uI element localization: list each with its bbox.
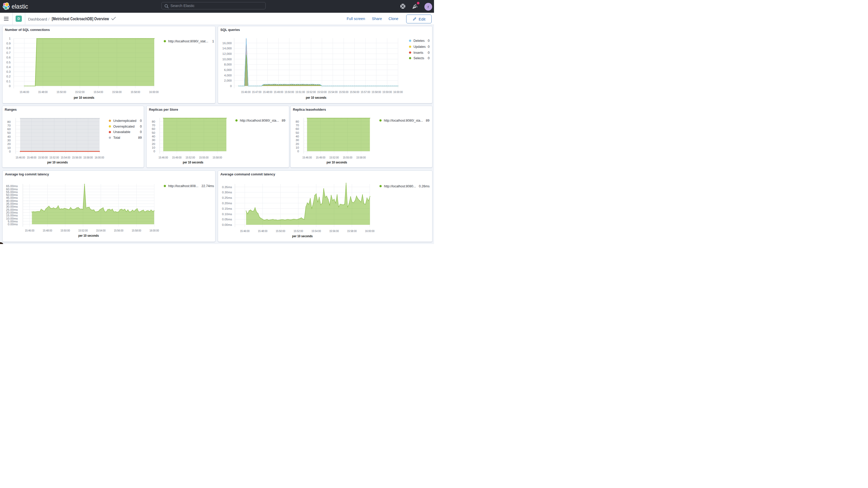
- svg-text:10,000: 10,000: [222, 57, 232, 61]
- svg-text:15:53:00: 15:53:00: [317, 90, 327, 94]
- svg-text:0.26ms: 0.26ms: [419, 184, 430, 188]
- svg-text:1: 1: [9, 37, 11, 40]
- svg-text:6,000: 6,000: [224, 68, 232, 71]
- svg-text:0: 0: [9, 84, 11, 88]
- svg-text:15:52:00: 15:52:00: [306, 90, 316, 94]
- svg-text:http://localhost:808...: http://localhost:808...: [168, 184, 198, 188]
- svg-text:15:54:00: 15:54:00: [96, 229, 105, 232]
- svg-text:0: 0: [428, 51, 430, 54]
- svg-text:15:58:00: 15:58:00: [131, 229, 141, 232]
- svg-text:elastic: elastic: [12, 3, 28, 10]
- svg-text:http://localhost:8080/_sta...: http://localhost:8080/_sta...: [384, 119, 423, 122]
- svg-text:15:49:00: 15:49:00: [172, 156, 182, 159]
- svg-text:15:48:00: 15:48:00: [27, 156, 36, 159]
- svg-text:0.00ms: 0.00ms: [222, 223, 232, 226]
- svg-text:Selects: Selects: [413, 56, 424, 60]
- svg-text:15:58:00: 15:58:00: [372, 90, 381, 94]
- svg-text:10: 10: [152, 146, 155, 149]
- svg-text:15:58:00: 15:58:00: [347, 230, 357, 233]
- svg-text:0.35ms: 0.35ms: [222, 185, 232, 189]
- svg-text:15:55:00: 15:55:00: [343, 156, 352, 159]
- svg-text:16:00:00: 16:00:00: [95, 156, 104, 159]
- svg-text:15:52:00: 15:52:00: [75, 90, 85, 94]
- svg-text:0.15ms: 0.15ms: [222, 207, 232, 211]
- svg-text:15:46:00: 15:46:00: [25, 229, 34, 232]
- svg-text:60: 60: [7, 127, 11, 131]
- svg-text:60: 60: [296, 127, 299, 131]
- svg-text:65.00ms: 65.00ms: [6, 184, 18, 188]
- svg-text:15:52:00: 15:52:00: [186, 156, 195, 159]
- svg-text:15:54:00: 15:54:00: [328, 90, 338, 94]
- svg-text:15:52:00: 15:52:00: [50, 156, 59, 159]
- svg-text:12,000: 12,000: [222, 52, 232, 55]
- svg-text:15:46:00: 15:46:00: [16, 156, 25, 159]
- svg-text:15:54:00: 15:54:00: [311, 230, 321, 233]
- svg-text:0.9: 0.9: [6, 41, 10, 45]
- svg-text:4,000: 4,000: [224, 73, 232, 77]
- svg-text:40: 40: [152, 134, 155, 138]
- svg-text:0: 0: [153, 149, 155, 153]
- svg-text:Replicas per Store: Replicas per Store: [149, 108, 178, 112]
- svg-text:15:58:00: 15:58:00: [356, 156, 366, 159]
- svg-text:0.05ms: 0.05ms: [222, 217, 232, 221]
- svg-text:per 10 seconds: per 10 seconds: [183, 160, 203, 164]
- svg-text:per 10 seconds: per 10 seconds: [292, 234, 313, 238]
- svg-text:15:54:00: 15:54:00: [61, 156, 70, 159]
- svg-text:15:48:00: 15:48:00: [263, 90, 272, 94]
- svg-text:0: 0: [140, 130, 142, 134]
- svg-text:8,000: 8,000: [224, 63, 232, 66]
- svg-text:15:46:00: 15:46:00: [302, 156, 312, 159]
- svg-text:30: 30: [296, 138, 299, 142]
- svg-text:20: 20: [152, 142, 155, 146]
- svg-text:15:46:00: 15:46:00: [240, 230, 250, 233]
- svg-text:70: 70: [296, 123, 299, 127]
- svg-text:0.20ms: 0.20ms: [222, 202, 232, 205]
- svg-text:15:56:00: 15:56:00: [112, 90, 122, 94]
- svg-text:0.10ms: 0.10ms: [222, 212, 232, 216]
- svg-text:15:48:00: 15:48:00: [42, 229, 52, 232]
- svg-text:15:57:00: 15:57:00: [361, 90, 370, 94]
- svg-text:80: 80: [296, 120, 299, 123]
- svg-text:15:50:00: 15:50:00: [60, 229, 70, 232]
- svg-text:15:52:00: 15:52:00: [329, 156, 339, 159]
- svg-text:15:49:00: 15:49:00: [274, 90, 283, 94]
- svg-text:15:46:00: 15:46:00: [158, 156, 168, 159]
- svg-text:per 10 seconds: per 10 seconds: [78, 234, 99, 238]
- svg-text:70: 70: [7, 124, 11, 127]
- svg-text:Total: Total: [113, 136, 120, 140]
- svg-text:per 10 seconds: per 10 seconds: [306, 95, 327, 99]
- svg-text:89: 89: [426, 119, 429, 122]
- svg-text:15:51:00: 15:51:00: [296, 90, 305, 94]
- svg-text:Overreplicated: Overreplicated: [113, 125, 135, 128]
- svg-text:2,000: 2,000: [224, 79, 232, 82]
- svg-text:0: 0: [428, 56, 430, 60]
- svg-text:15:54:00: 15:54:00: [94, 90, 103, 94]
- svg-text:10: 10: [296, 146, 299, 149]
- svg-text:16:00:00: 16:00:00: [149, 229, 159, 232]
- svg-text:15:58:00: 15:58:00: [213, 156, 222, 159]
- svg-text:16:00:00: 16:00:00: [365, 230, 375, 233]
- svg-text:Ranges: Ranges: [5, 108, 17, 112]
- svg-text:40: 40: [7, 135, 11, 139]
- svg-text:15:49:00: 15:49:00: [316, 156, 326, 159]
- svg-text:16:00:00: 16:00:00: [393, 90, 403, 94]
- svg-text:0.6: 0.6: [6, 56, 11, 59]
- svg-text:0.8: 0.8: [6, 46, 11, 50]
- svg-text:0.4: 0.4: [6, 65, 11, 69]
- svg-text:30: 30: [7, 139, 11, 142]
- svg-text:22.74ms: 22.74ms: [202, 184, 214, 188]
- svg-text:15:55:00: 15:55:00: [199, 156, 209, 159]
- svg-text:0: 0: [9, 150, 11, 153]
- svg-text:89: 89: [138, 136, 142, 140]
- svg-text:89: 89: [281, 119, 285, 122]
- svg-text:15:50:00: 15:50:00: [276, 230, 285, 233]
- svg-text:50: 50: [152, 131, 155, 134]
- svg-text:0: 0: [428, 45, 430, 49]
- svg-text:30: 30: [152, 138, 155, 142]
- svg-text:15:50:00: 15:50:00: [285, 90, 294, 94]
- svg-text:80: 80: [7, 120, 11, 124]
- svg-text:50: 50: [7, 131, 11, 134]
- svg-text:0: 0: [140, 119, 142, 123]
- svg-text:Average log commit latency: Average log commit latency: [5, 172, 49, 176]
- svg-text:0.30ms: 0.30ms: [222, 190, 232, 194]
